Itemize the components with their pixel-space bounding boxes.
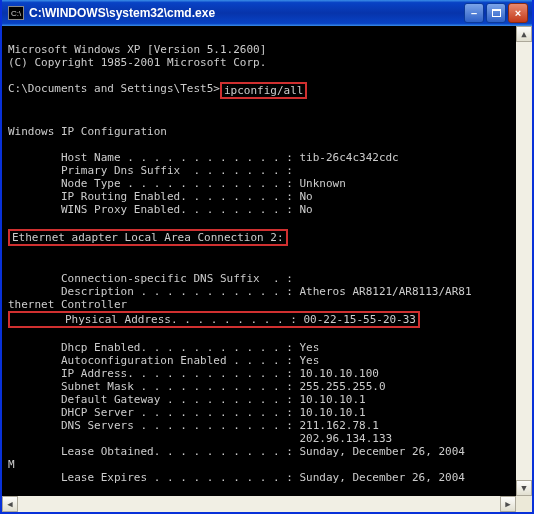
close-button[interactable]: ×: [508, 3, 528, 23]
kv-row: Lease Obtained. . . . . . . . . . : Sund…: [8, 445, 465, 458]
kv-row: Description . . . . . . . . . . . : Athe…: [8, 285, 472, 298]
kv-row-cont: thernet Controller: [8, 298, 127, 311]
kv-row: Host Name . . . . . . . . . . . . : tib-…: [8, 151, 399, 164]
kv-row: Subnet Mask . . . . . . . . . . . : 255.…: [8, 380, 386, 393]
banner-line2: (C) Copyright 1985-2001 Microsoft Corp.: [8, 56, 266, 69]
scroll-down-button[interactable]: ▼: [516, 480, 532, 496]
stray-char: M: [8, 458, 15, 471]
prompt-1-path: C:\Documents and Settings\Test5>: [8, 82, 220, 99]
scroll-up-button[interactable]: ▲: [516, 26, 532, 42]
scrollbar-horizontal[interactable]: ◀ ▶: [2, 496, 516, 512]
scroll-track-h[interactable]: [18, 496, 500, 512]
cmd-window: C:\ C:\WINDOWS\system32\cmd.exe – × Micr…: [0, 0, 534, 514]
kv-row: Lease Expires . . . . . . . . . . : Sund…: [8, 471, 465, 484]
kv-row: IP Address. . . . . . . . . . . . : 10.1…: [8, 367, 379, 380]
kv-row: Autoconfiguration Enabled . . . . : Yes: [8, 354, 319, 367]
titlebar[interactable]: C:\ C:\WINDOWS\system32\cmd.exe – ×: [2, 0, 532, 26]
kv-row: DHCP Server . . . . . . . . . . . : 10.1…: [8, 406, 366, 419]
command-highlight: ipconfig/all: [220, 82, 307, 99]
window-controls: – ×: [464, 3, 528, 23]
scrollbar-corner: [516, 496, 532, 512]
kv-row: Dhcp Enabled. . . . . . . . . . . : Yes: [8, 341, 319, 354]
banner-line1: Microsoft Windows XP [Version 5.1.2600]: [8, 43, 266, 56]
kv-row: IP Routing Enabled. . . . . . . . : No: [8, 190, 313, 203]
kv-row: DNS Servers . . . . . . . . . . . : 211.…: [8, 419, 379, 432]
console-output[interactable]: Microsoft Windows XP [Version 5.1.2600] …: [2, 26, 516, 496]
kv-row: Default Gateway . . . . . . . . . : 10.1…: [8, 393, 366, 406]
kv-row: Node Type . . . . . . . . . . . . : Unkn…: [8, 177, 346, 190]
scroll-track[interactable]: [516, 42, 532, 480]
scroll-left-button[interactable]: ◀: [2, 496, 18, 512]
kv-row: Connection-specific DNS Suffix . :: [8, 272, 299, 285]
maximize-button[interactable]: [486, 3, 506, 23]
kv-row: WINS Proxy Enabled. . . . . . . . : No: [8, 203, 313, 216]
kv-row: Primary Dns Suffix . . . . . . . :: [8, 164, 299, 177]
scrollbar-vertical[interactable]: ▲ ▼: [516, 26, 532, 496]
adapter-header-highlight: Ethernet adapter Local Area Connection 2…: [8, 229, 288, 246]
window-title: C:\WINDOWS\system32\cmd.exe: [29, 6, 464, 20]
physical-address-highlight: Physical Address. . . . . . . . . : 00-2…: [8, 311, 420, 328]
scroll-right-button[interactable]: ▶: [500, 496, 516, 512]
kv-row: 202.96.134.133: [8, 432, 392, 445]
minimize-button[interactable]: –: [464, 3, 484, 23]
cmd-icon: C:\: [8, 6, 24, 20]
section-ipcfg: Windows IP Configuration: [8, 125, 167, 138]
